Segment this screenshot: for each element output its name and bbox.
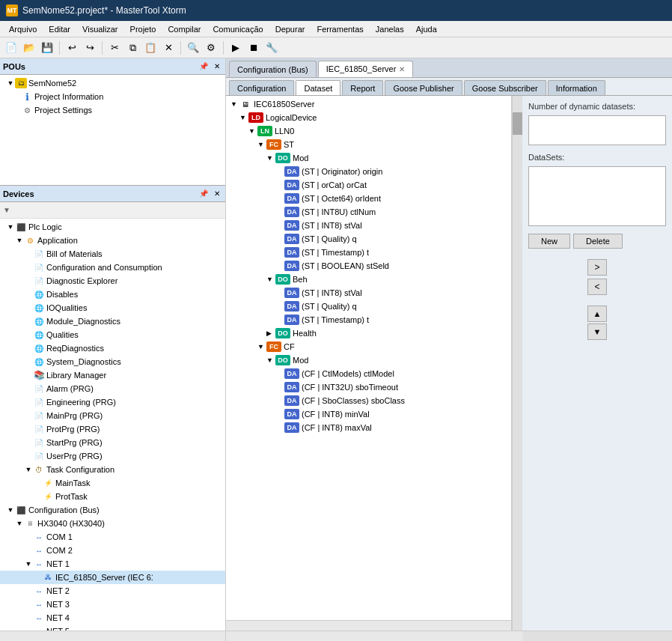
list-item[interactable]: 📄 Configuration and Consumption [0, 261, 225, 274]
list-item[interactable]: ▼ ⏱ Task Configuration [0, 463, 225, 476]
list-item[interactable]: 🌐 System_Diagnostics [0, 355, 225, 368]
tree-vscrollbar[interactable] [512, 96, 522, 631]
arrow-right-btn[interactable]: > [587, 259, 607, 276]
undo-btn[interactable]: ↩ [64, 40, 80, 56]
cf-toggle[interactable]: ▼ [257, 343, 266, 350]
beh-toggle[interactable]: ▼ [266, 276, 275, 283]
list-item[interactable]: 🌐 Module_Diagnostics [0, 315, 225, 328]
copy-btn[interactable]: ⧉ [124, 40, 141, 56]
ds-item[interactable]: DA (CF | CtlModels) ctlModel [227, 367, 510, 380]
cfgbus-toggle[interactable]: ▼ [6, 505, 15, 514]
app-toggle[interactable]: ▼ [15, 236, 24, 245]
tab-iec61850-server[interactable]: IEC_61850_Server ✕ [318, 61, 414, 77]
pous-root[interactable]: ▼ 🗂 SemNome52 [0, 76, 225, 90]
pous-item-info[interactable]: ℹ Project Information [0, 90, 225, 103]
pous-pin-btn[interactable]: 📌 [197, 61, 210, 71]
ds-item[interactable]: ▼ FC CF [227, 340, 510, 353]
paste-btn[interactable]: 📋 [142, 40, 159, 56]
menu-editar[interactable]: Editar [43, 23, 76, 35]
ds-item[interactable]: DA (ST | Quality) q [227, 232, 510, 246]
inner-tab-dataset[interactable]: Dataset [296, 80, 340, 95]
health-toggle[interactable]: ▶ [266, 329, 275, 337]
list-item[interactable]: 📄 Bill of Materials [0, 247, 225, 261]
ds-item[interactable]: DA (ST | Octet64) orIdent [227, 192, 510, 205]
ds-item[interactable]: DA (ST | Timestamp) t [227, 246, 510, 259]
ds-item[interactable]: ▼ 🖥 IEC61850Server [227, 97, 510, 111]
list-item[interactable]: 📄 UserPrg (PRG) [0, 449, 225, 463]
list-item[interactable]: ▼ ⬛ Plc Logic [0, 220, 225, 234]
delete-dataset-btn[interactable]: Delete [573, 234, 623, 249]
list-item[interactable]: 🌐 IOQualities [0, 301, 225, 315]
list-item[interactable]: ↔ COM 2 [0, 544, 225, 557]
list-item[interactable]: 📄 Alarm (PRG) [0, 382, 225, 395]
ds-item[interactable]: DA (ST | BOOLEAN) stSeld [227, 259, 510, 273]
ds-item[interactable]: DA (CF | INT32U) sboTimeout [227, 380, 510, 394]
menu-comunicacao[interactable]: Comunicação [207, 23, 269, 35]
ds-item[interactable]: ▼ DO Mod [227, 353, 510, 367]
arrow-left-btn[interactable]: < [587, 279, 607, 295]
net1-toggle[interactable]: ▼ [24, 559, 33, 568]
new-btn[interactable]: 📄 [3, 40, 19, 56]
ln-toggle[interactable]: ▼ [248, 127, 257, 135]
ds-item[interactable]: ▼ DO Beh [227, 273, 510, 286]
ds-toggle[interactable]: ▼ [230, 100, 239, 108]
devices-close-btn[interactable]: ✕ [212, 189, 222, 198]
menu-ajuda[interactable]: Ajuda [410, 23, 443, 35]
ds-item[interactable]: DA (ST | INT8) stVal [227, 286, 510, 300]
list-item[interactable]: 📄 Engineering (PRG) [0, 395, 225, 409]
devices-hscrollbar[interactable] [0, 631, 225, 641]
search-btn[interactable]: 🔍 [185, 40, 201, 56]
menu-ferramentas[interactable]: Ferramentas [311, 23, 369, 35]
list-item[interactable]: 🌐 Disables [0, 288, 225, 301]
up-btn[interactable]: ▲ [587, 306, 607, 322]
ds-item[interactable]: ▼ DO Mod [227, 151, 510, 165]
redo-btn[interactable]: ↪ [82, 40, 98, 56]
inner-tab-goose-publisher[interactable]: Goose Publisher [385, 80, 462, 95]
delete-toolbar-btn[interactable]: ✕ [160, 40, 177, 56]
ds-item[interactable]: ▼ LD LogicalDevice [227, 111, 510, 124]
menu-depurar[interactable]: Depurar [269, 23, 311, 35]
list-item[interactable]: ▼ ⚙ Application [0, 234, 225, 247]
inner-tab-configuration[interactable]: Configuration [229, 80, 294, 95]
list-item[interactable]: ↔ NET 4 [0, 611, 225, 625]
ds-item[interactable]: DA (CF | INT8) minVal [227, 407, 510, 421]
vscroll-thumb[interactable] [513, 112, 523, 135]
debug-btn[interactable]: 🔧 [263, 40, 280, 56]
ds-item[interactable]: DA (CF | INT8) maxVal [227, 421, 510, 434]
taskcfg-toggle[interactable]: ▼ [24, 465, 33, 474]
list-item[interactable]: ↔ NET 3 [0, 598, 225, 611]
list-item[interactable]: 🌐 Qualities [0, 328, 225, 341]
run-btn[interactable]: ▶ [227, 40, 244, 56]
list-item[interactable]: 📄 Diagnostic Explorer [0, 274, 225, 288]
ds-item[interactable]: DA (ST | Timestamp) t [227, 313, 510, 326]
ld-toggle[interactable]: ▼ [239, 114, 248, 121]
ds-item[interactable]: DA (ST | INT8) stVal [227, 219, 510, 232]
pous-root-toggle[interactable]: ▼ [6, 79, 15, 88]
inner-tab-information[interactable]: Information [548, 80, 605, 95]
pous-item-settings[interactable]: ⚙ Project Settings [0, 103, 225, 117]
menu-visualizar[interactable]: Visualizar [76, 23, 124, 35]
menu-projeto[interactable]: Projeto [124, 23, 162, 35]
cut-btn[interactable]: ✂ [106, 40, 123, 56]
cf-mod-toggle[interactable]: ▼ [266, 356, 275, 364]
content-hscroll[interactable] [226, 631, 522, 641]
inner-tab-report[interactable]: Report [342, 80, 383, 95]
menu-compilar[interactable]: Compilar [162, 23, 207, 35]
ds-item[interactable]: ▼ LN LLN0 [227, 124, 510, 138]
tree-hscrollbar[interactable] [226, 620, 511, 631]
devices-pin-btn[interactable]: 📌 [197, 189, 210, 198]
down-btn[interactable]: ▼ [587, 323, 607, 340]
list-item[interactable]: ▼ ↔ NET 1 [0, 557, 225, 571]
list-item[interactable]: ⚡ ProtTask [0, 490, 225, 503]
ds-item[interactable]: DA (ST | Quality) q [227, 300, 510, 313]
menu-arquivo[interactable]: Arquivo [3, 23, 43, 35]
mod-toggle[interactable]: ▼ [266, 154, 275, 162]
pous-close-btn[interactable]: ✕ [212, 61, 222, 71]
tab-configuration-bus[interactable]: Configuration (Bus) [229, 61, 317, 77]
ds-item[interactable]: DA (ST | Originator) origin [227, 165, 510, 178]
list-item[interactable]: 🖧 IEC_61850_Server (IEC 6185 [0, 571, 225, 584]
list-item[interactable]: ↔ NET 2 [0, 584, 225, 598]
ds-item[interactable]: ▼ FC ST [227, 138, 510, 151]
menu-janelas[interactable]: Janelas [370, 23, 410, 35]
build-btn[interactable]: ⚙ [203, 40, 219, 56]
